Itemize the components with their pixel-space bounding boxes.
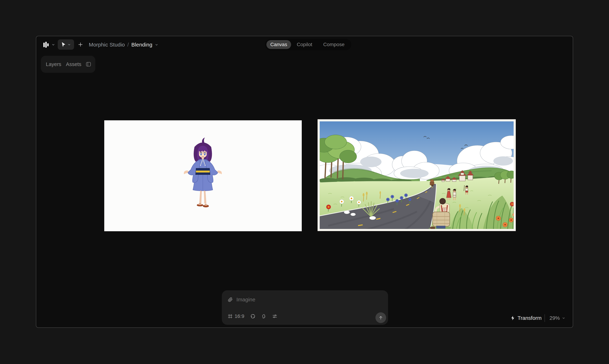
settings-sliders-button[interactable] [272, 314, 277, 319]
left-panel-header: Layers Assets [41, 56, 95, 73]
transform-label: Transform [517, 315, 542, 321]
tab-assets[interactable]: Assets [66, 61, 81, 67]
canvas-image-landscape[interactable] [318, 119, 516, 231]
breadcrumb: Morphic Studio / Blending [89, 40, 158, 50]
chevron-down-icon [52, 43, 55, 47]
swirl-icon [250, 314, 255, 319]
chevron-down-icon [562, 316, 565, 320]
morphic-logo-icon [43, 41, 49, 48]
breadcrumb-project-name[interactable]: Blending [131, 42, 152, 48]
cursor-arrow-icon [61, 42, 66, 47]
sliders-icon [272, 314, 277, 319]
frame-icon [228, 314, 232, 319]
panel-left-icon [86, 62, 91, 66]
arrow-up-icon [378, 315, 383, 320]
footer-divider [544, 314, 545, 322]
persona-button[interactable] [261, 314, 266, 319]
breadcrumb-separator: / [127, 42, 129, 48]
aspect-ratio-value: 16:9 [235, 313, 244, 319]
lightning-bolt-icon [510, 315, 515, 321]
head-profile-icon [261, 314, 266, 319]
add-node-button[interactable] [76, 40, 84, 49]
mode-tabs: Canvas Copilot Compose [265, 39, 351, 50]
transform-button[interactable]: Transform [510, 314, 542, 322]
tab-canvas[interactable]: Canvas [266, 40, 291, 49]
chevron-down-icon [68, 43, 71, 46]
app-logo-menu[interactable] [43, 40, 55, 50]
landscape-artwork [318, 119, 516, 231]
zoom-level-value: 29% [550, 315, 560, 321]
attach-file-icon[interactable] [228, 297, 233, 302]
chevron-down-icon[interactable] [155, 43, 158, 47]
tab-compose[interactable]: Compose [318, 40, 350, 49]
tab-copilot[interactable]: Copilot [291, 40, 318, 49]
plus-icon [78, 42, 83, 47]
canvas-image-character[interactable] [104, 120, 302, 231]
canvas-viewport[interactable]: Morphic Studio / Blending Canvas Copilot… [36, 36, 573, 328]
character-artwork [104, 120, 302, 231]
prompt-input[interactable] [236, 297, 382, 303]
tab-layers[interactable]: Layers [46, 61, 61, 67]
aspect-ratio-button[interactable]: 16:9 [228, 313, 244, 319]
select-tool-button[interactable] [58, 39, 74, 50]
breadcrumb-app-name[interactable]: Morphic Studio [89, 42, 125, 48]
submit-prompt-button[interactable] [376, 312, 386, 323]
prompt-bar: 16:9 [222, 290, 388, 325]
panel-toggle-button[interactable] [86, 62, 91, 66]
model-swirl-button[interactable] [250, 314, 255, 319]
zoom-level-selector[interactable]: 29% [550, 314, 565, 322]
